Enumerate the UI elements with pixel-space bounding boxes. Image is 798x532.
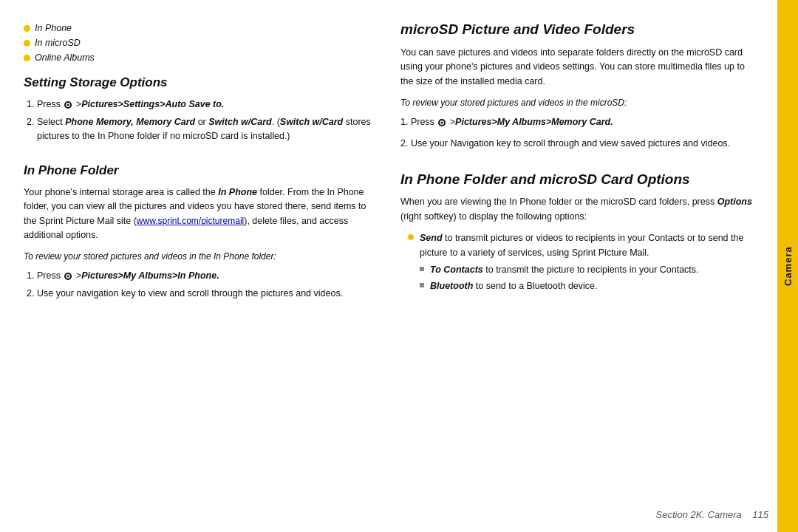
send-bullet-dot [408, 234, 414, 240]
top-bullets: In Phone In microSD Online Albums [24, 21, 377, 65]
in-phone-step-1: Press >Pictures>My Albums>In Phone. [37, 269, 377, 283]
bullet-item-2: In microSD [24, 35, 377, 50]
step2-text: Select Phone Memory, Memory Card or Swit… [37, 117, 371, 141]
bullet-item-1: In Phone [24, 21, 377, 35]
sub-bullet-sq-1 [420, 267, 424, 271]
step2-text: Use your navigation key to view and scro… [37, 288, 343, 299]
options-bullets: Send to transmit pictures or videos to r… [408, 231, 754, 294]
step1-before: Press [37, 270, 63, 281]
sidebar-camera-tab: Camera [777, 0, 798, 532]
folder-options-body: When you are viewing the In Phone folder… [400, 195, 754, 224]
bullet-dot-2 [24, 40, 30, 47]
in-phone-step-2: Use your navigation key to view and scro… [37, 287, 377, 301]
microsd-step1: 1. Press >Pictures>My Albums>Memory Card… [400, 115, 754, 129]
storage-steps-list: Press >Pictures>Settings>Auto Save to. S… [37, 98, 377, 143]
section-storage-options: Setting Storage Options Press >Pictures>… [24, 75, 377, 151]
storage-step-1: Press >Pictures>Settings>Auto Save to. [37, 98, 377, 112]
footer-text: Section 2K. Camera [656, 509, 742, 520]
in-phone-steps: Press >Pictures>My Albums>In Phone. Use … [37, 269, 377, 301]
sidebar-label: Camera [782, 246, 794, 286]
nav-icon-3 [438, 119, 446, 126]
in-phone-body: Your phone's internal storage area is ca… [24, 185, 377, 243]
send-text: Send to transmit pictures or videos to r… [420, 231, 754, 260]
bullet-label-1: In Phone [35, 21, 72, 35]
section-title-microsd: microSD Picture and Video Folders [400, 21, 754, 38]
bluetooth-text: Bluetooth to send to a Bluetooth device. [430, 279, 598, 293]
left-column: In Phone In microSD Online Albums Settin… [24, 21, 377, 517]
section-title-storage: Setting Storage Options [24, 75, 377, 90]
nav-icon-2 [64, 273, 72, 280]
section-in-phone-folder: In Phone Folder Your phone's internal st… [24, 163, 377, 309]
step1-after: >Pictures>My Albums>In Phone. [76, 270, 219, 281]
sub-bullet-bluetooth: Bluetooth to send to a Bluetooth device. [420, 279, 754, 293]
microsd-italic-note: To review your stored pictures and video… [400, 96, 754, 109]
sub-bullet-sq-2 [420, 283, 424, 287]
step1-text-after: >Pictures>Settings>Auto Save to. [76, 99, 224, 109]
bullet-label-3: Online Albums [35, 50, 95, 65]
sub-bullet-to-contacts: To Contacts to transmit the picture to r… [420, 263, 754, 277]
microsd-step2: 2. Use your Navigation key to scroll thr… [400, 137, 754, 151]
bullet-dot-1 [24, 25, 30, 32]
in-phone-italic-note: To review your stored pictures and video… [24, 250, 377, 263]
page-footer: Section 2K. Camera 115 [656, 509, 769, 520]
section-title-folder-options: In Phone Folder and microSD Card Options [400, 171, 754, 188]
section-folder-options: In Phone Folder and microSD Card Options… [400, 171, 754, 300]
nav-icon-1 [64, 101, 72, 109]
main-content: In Phone In microSD Online Albums Settin… [0, 0, 777, 532]
storage-step-2: Select Phone Memory, Memory Card or Swit… [37, 115, 377, 144]
bullet-send: Send to transmit pictures or videos to r… [408, 231, 754, 260]
bullet-item-3: Online Albums [24, 50, 377, 65]
step1-text-before: Press [37, 99, 63, 109]
bullet-dot-3 [24, 55, 30, 61]
section-microsd-folders: microSD Picture and Video Folders You ca… [400, 21, 754, 159]
microsd-body: You can save pictures and videos into se… [400, 46, 754, 89]
bullet-label-2: In microSD [35, 35, 81, 50]
to-contacts-text: To Contacts to transmit the picture to r… [430, 263, 699, 277]
section-title-in-phone: In Phone Folder [24, 163, 377, 178]
right-column: microSD Picture and Video Folders You ca… [400, 21, 754, 517]
footer-page: 115 [752, 509, 768, 520]
